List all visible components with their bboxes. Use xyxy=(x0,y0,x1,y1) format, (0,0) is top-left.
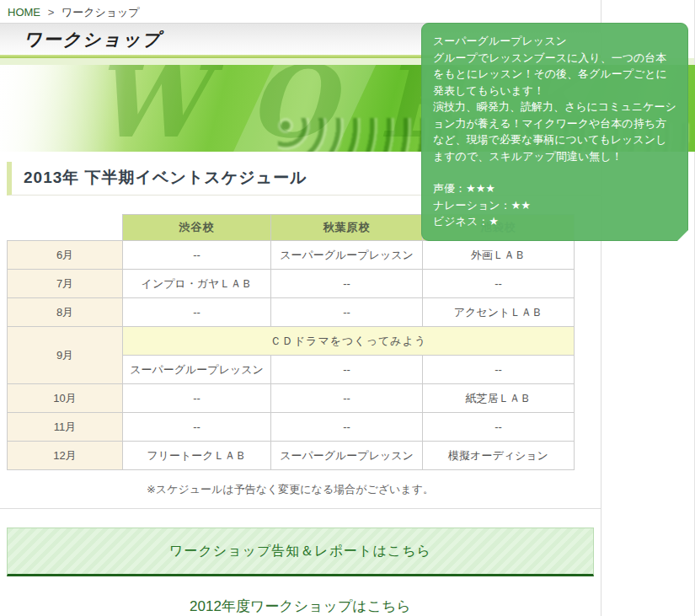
schedule-cell-event[interactable]: 紙芝居ＬＡＢ xyxy=(423,384,575,413)
schedule-cell-event[interactable]: スーパーグループレッスン xyxy=(271,442,423,470)
tooltip-title: スーパーグループレッスン xyxy=(433,33,676,50)
month-label: 7月 xyxy=(8,270,123,298)
schedule-cell: -- xyxy=(271,384,423,413)
breadcrumb-separator: > xyxy=(48,6,55,19)
table-row-december: 12月 フリートークＬＡＢ スーパーグループレッスン 模擬オーディション xyxy=(8,442,575,470)
month-label: 6月 xyxy=(8,241,123,270)
table-row-june: 6月 -- スーパーグループレッスン 外画ＬＡＢ xyxy=(8,241,575,270)
schedule-cell: -- xyxy=(271,356,423,384)
table-row-october: 10月 -- -- 紙芝居ＬＡＢ xyxy=(8,384,575,413)
schedule-cell-event[interactable]: スーパーグループレッスン xyxy=(123,356,271,384)
table-row-november: 11月 -- -- -- xyxy=(8,413,575,442)
workshop-2012-link[interactable]: 2012年度ワークショップはこちら xyxy=(0,597,601,616)
month-label: 11月 xyxy=(8,413,123,442)
schedule-cell: -- xyxy=(423,270,575,298)
tooltip-ratings: 声優：★★★ ナレーション：★★ ビジネス：★ xyxy=(433,180,676,230)
table-row-august: 8月 -- -- アクセントＬＡＢ xyxy=(8,298,575,327)
month-label: 9月 xyxy=(8,327,123,384)
month-label: 12月 xyxy=(8,442,123,470)
schedule-note: ※スケジュールは予告なく変更になる場合がございます。 xyxy=(7,482,574,497)
section-divider xyxy=(0,508,601,509)
tooltip-description-2: 演技力、瞬発力、読解力、さらにコミュニケーション力が養える！マイクワークや台本の… xyxy=(433,99,676,164)
breadcrumb-home-link[interactable]: HOME xyxy=(8,6,40,19)
workshop-page: HOME > ワークショップ ワークショップ WORK 2013年 下半期イベン… xyxy=(0,0,695,616)
breadcrumb-current: ワークショップ xyxy=(61,6,140,19)
table-row-july: 7月 インプロ・ガヤＬＡＢ -- -- xyxy=(8,270,575,298)
schedule-cell: -- xyxy=(271,298,423,327)
schedule-cell-span-event[interactable]: ＣＤドラマをつくってみよう xyxy=(123,327,575,356)
schedule-cell: -- xyxy=(123,298,271,327)
schedule-table: 渋谷校 秋葉原校 池袋校 6月 -- スーパーグループレッスン 外画ＬＡＢ 7月… xyxy=(7,214,575,470)
schedule-cell: -- xyxy=(271,413,423,442)
table-row-september-span: 9月 ＣＤドラマをつくってみよう xyxy=(8,327,575,356)
schedule-corner-cell xyxy=(8,215,123,241)
schedule-cell: -- xyxy=(271,270,423,298)
schedule-cell: -- xyxy=(123,384,271,413)
tooltip-corner-fold xyxy=(677,230,688,241)
month-label: 8月 xyxy=(8,298,123,327)
breadcrumb: HOME > ワークショップ xyxy=(0,0,695,23)
month-label: 10月 xyxy=(8,384,123,413)
lesson-tooltip: スーパーグループレッスン グループでレッスンブースに入り、一つの台本をもとにレッ… xyxy=(421,23,688,241)
schedule-cell: -- xyxy=(423,413,575,442)
schedule-cell: -- xyxy=(123,241,271,270)
column-header-akihabara: 秋葉原校 xyxy=(271,215,423,241)
rating-business: ビジネス：★ xyxy=(433,213,676,230)
schedule-cell-event[interactable]: 外画ＬＡＢ xyxy=(423,241,575,270)
rating-narration: ナレーション：★★ xyxy=(433,197,676,214)
schedule-cell-event[interactable]: アクセントＬＡＢ xyxy=(423,298,575,327)
schedule-cell-event[interactable]: 模擬オーディション xyxy=(423,442,575,470)
schedule-cell-event[interactable]: スーパーグループレッスン xyxy=(271,241,423,270)
tooltip-description-1: グループでレッスンブースに入り、一つの台本をもとにレッスン！その後、各グループご… xyxy=(433,50,676,99)
column-header-shibuya: 渋谷校 xyxy=(123,215,271,241)
workshop-report-button[interactable]: ワークショップ告知＆レポートはこちら xyxy=(7,528,594,576)
schedule-cell: -- xyxy=(423,356,575,384)
schedule-cell: -- xyxy=(123,413,271,442)
page-title: ワークショップ xyxy=(0,28,162,51)
schedule-cell-event[interactable]: フリートークＬＡＢ xyxy=(123,442,271,470)
schedule-cell-event[interactable]: インプロ・ガヤＬＡＢ xyxy=(123,270,271,298)
rating-voice-actor: 声優：★★★ xyxy=(433,180,676,197)
